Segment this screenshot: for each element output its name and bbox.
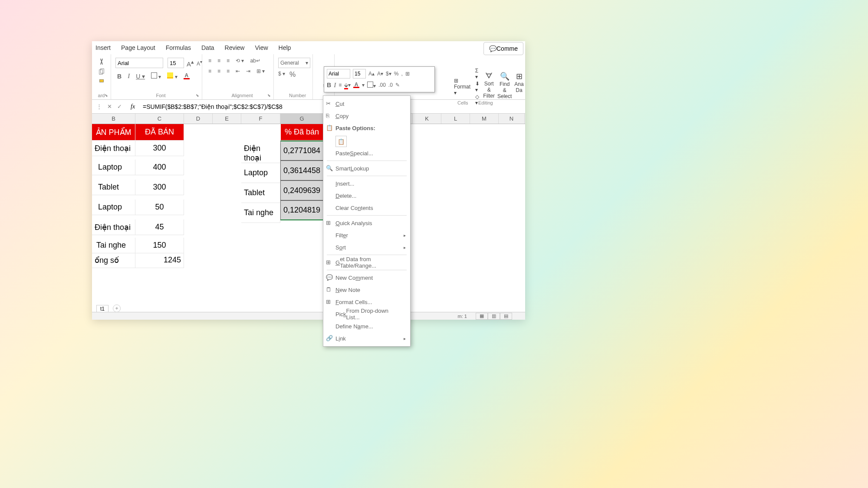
data-cell[interactable]: Tablet xyxy=(241,183,280,203)
autosum-icon[interactable]: Σ ▾ xyxy=(475,68,481,80)
mini-bold-button[interactable]: B xyxy=(327,82,331,88)
mini-font-select[interactable] xyxy=(327,69,350,79)
mini-size-select[interactable] xyxy=(353,69,366,79)
selected-cell[interactable]: 0,1204819 xyxy=(280,200,323,220)
cut-icon[interactable] xyxy=(98,58,105,66)
mini-percent-icon[interactable]: % xyxy=(394,71,399,77)
ctx-new-note[interactable]: 🗒New Note xyxy=(323,284,410,296)
selected-cell[interactable]: 0,2771084 xyxy=(280,141,323,160)
data-cell[interactable]: Laptop xyxy=(92,160,135,175)
indent-decrease-icon[interactable]: ⇤ xyxy=(236,68,240,74)
tab-view[interactable]: View xyxy=(255,44,268,51)
ctx-insert[interactable]: Insert... xyxy=(323,177,410,190)
data-cell[interactable]: Laptop xyxy=(241,163,280,183)
percent-icon[interactable]: % xyxy=(289,71,296,79)
spreadsheet-grid[interactable]: B C D E F G K L M N ẢN PHẨM ĐÃ BÁN % Đã … xyxy=(92,114,525,296)
ctx-get-data[interactable]: ⊞Get Data from Table/Range... xyxy=(323,256,410,269)
mini-brush-icon[interactable]: ✎ xyxy=(395,82,400,88)
orientation-icon[interactable]: ⟲ ▾ xyxy=(236,58,244,64)
ctx-smart-lookup[interactable]: 🔍Smart Lookup xyxy=(323,162,410,174)
header-cell[interactable]: % Đã bán xyxy=(281,124,323,141)
data-cell[interactable]: Tai nghe xyxy=(241,203,280,223)
col-header-e[interactable]: E xyxy=(213,114,241,124)
mini-decimal-inc-icon[interactable]: .00 xyxy=(378,82,386,88)
format-painter-icon[interactable] xyxy=(98,79,105,86)
col-header-b[interactable]: B xyxy=(92,114,135,124)
underline-button[interactable]: U ▾ xyxy=(136,73,145,80)
mini-currency-icon[interactable]: $▾ xyxy=(386,71,391,77)
find-select-button[interactable]: 🔍 Find &Select xyxy=(497,72,512,99)
merge-button[interactable]: ⊞ ▾ xyxy=(256,68,265,74)
sheet-tab[interactable]: t1 xyxy=(96,305,108,312)
mini-fill-icon[interactable]: ⬙▾ xyxy=(344,82,351,88)
font-color-button[interactable]: A xyxy=(184,73,190,79)
page-layout-view-button[interactable]: ▥ xyxy=(488,313,500,320)
ctx-format-cells[interactable]: ⊞Format Cells... xyxy=(323,296,410,308)
cancel-icon[interactable]: ✕ xyxy=(107,103,112,110)
data-cell[interactable]: 150 xyxy=(135,238,184,253)
namebox-dropdown-icon[interactable]: ⋮ xyxy=(96,103,102,110)
col-header-f[interactable]: F xyxy=(241,114,280,124)
font-launcher-icon[interactable]: ⬊ xyxy=(196,93,200,98)
page-break-view-button[interactable]: ▤ xyxy=(500,313,512,320)
align-top-icon[interactable]: ≡ xyxy=(208,58,211,64)
data-cell[interactable]: 50 xyxy=(135,200,184,215)
format-dropdown[interactable]: ⊞ Format ▾ xyxy=(454,78,472,96)
mini-increase-font-icon[interactable]: A▴ xyxy=(368,71,375,77)
enter-icon[interactable]: ✓ xyxy=(117,103,122,110)
bold-button[interactable]: B xyxy=(117,73,122,80)
data-cell[interactable]: Tablet xyxy=(92,180,135,195)
sort-filter-button[interactable]: ᗊ Sort &Filter xyxy=(483,72,495,99)
col-header-l[interactable]: L xyxy=(441,114,470,124)
ctx-link[interactable]: 🔗Link▸ xyxy=(323,332,410,344)
data-cell[interactable]: 1245 xyxy=(135,252,184,268)
currency-icon[interactable]: $ ▾ xyxy=(278,71,285,79)
mini-fontcolor-button[interactable]: A xyxy=(353,82,359,88)
clipboard-launcher-icon[interactable]: ⬊ xyxy=(105,93,109,98)
data-cell[interactable]: Laptop xyxy=(92,200,135,215)
header-cell[interactable]: ẢN PHẨM xyxy=(92,124,135,141)
data-cell[interactable]: Tai nghe xyxy=(92,238,135,253)
data-cell[interactable]: Điện thoại xyxy=(92,141,135,156)
col-header-n[interactable]: N xyxy=(499,114,525,124)
paste-default-button[interactable]: 📋 xyxy=(335,136,347,147)
data-cell[interactable]: Điện thoại xyxy=(92,219,135,235)
ctx-paste-special[interactable]: Paste Special... xyxy=(323,147,410,159)
selected-cell[interactable]: 0,2409639 xyxy=(280,180,323,200)
number-format-select[interactable]: General▾ xyxy=(278,58,310,68)
ctx-define-name[interactable]: Define Name... xyxy=(323,320,410,332)
align-middle-icon[interactable]: ≡ xyxy=(217,58,220,64)
data-cell[interactable]: Điện thoại xyxy=(241,143,280,163)
ctx-cut[interactable]: ✂CuCutt xyxy=(323,98,410,110)
normal-view-button[interactable]: ▦ xyxy=(476,313,488,320)
ctx-pick-list[interactable]: Pick From Drop-down List... xyxy=(323,308,410,320)
ctx-copy[interactable]: ⎘Copy xyxy=(323,110,410,122)
mini-align-icon[interactable]: ≡ xyxy=(339,82,342,88)
comments-button[interactable]: 💬 Comme xyxy=(483,42,523,55)
mini-italic-button[interactable]: I xyxy=(334,82,336,89)
col-header-c[interactable]: C xyxy=(135,114,184,124)
mini-border-button[interactable]: ▾ xyxy=(367,82,376,89)
col-header-g[interactable]: G xyxy=(280,114,324,124)
tab-review[interactable]: Review xyxy=(225,44,245,51)
col-header-d[interactable]: D xyxy=(184,114,213,124)
border-button[interactable]: ▾ xyxy=(151,72,161,80)
data-cell[interactable]: 400 xyxy=(135,160,184,175)
analyze-button[interactable]: ⊞ AnaDa xyxy=(514,72,523,93)
tab-insert[interactable]: Insert xyxy=(95,44,111,51)
data-cell[interactable]: 300 xyxy=(135,141,184,156)
increase-font-icon[interactable]: A▴ xyxy=(187,59,194,68)
col-header-k[interactable]: K xyxy=(413,114,441,124)
ctx-sort[interactable]: Sort▸ xyxy=(323,241,410,253)
ctx-filter[interactable]: Filter▸ xyxy=(323,229,410,241)
header-cell[interactable]: ĐÃ BÁN xyxy=(135,124,184,141)
ctx-clear-contents[interactable]: Clear Contents xyxy=(323,202,410,214)
font-size-select[interactable] xyxy=(168,58,184,68)
tab-page-layout[interactable]: Page Layout xyxy=(121,44,155,51)
col-header-m[interactable]: M xyxy=(470,114,499,124)
align-bottom-icon[interactable]: ≡ xyxy=(227,58,230,64)
data-cell[interactable]: ổng số xyxy=(92,252,135,268)
tab-data[interactable]: Data xyxy=(201,44,214,51)
copy-icon[interactable] xyxy=(98,68,105,76)
mini-formatpainter-icon[interactable]: ⊞ xyxy=(405,71,410,77)
